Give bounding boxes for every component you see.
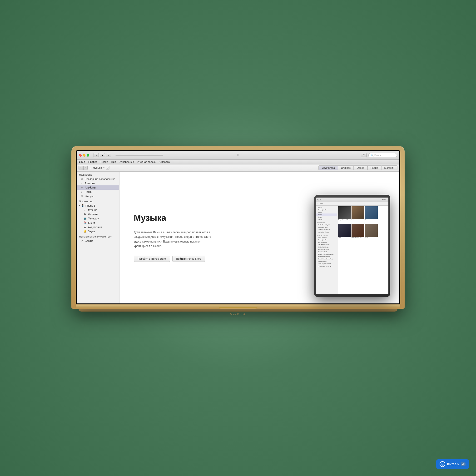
- sidebar-item-books[interactable]: 📚 Книги: [77, 221, 119, 225]
- ipad-album-cover-1: [352, 206, 364, 219]
- tab-foryou[interactable]: Для вас: [338, 165, 354, 170]
- iphone-icon: 📱: [81, 204, 84, 207]
- ipad-sidebar-weezer[interactable]: Inspired by Weezer: [316, 231, 337, 233]
- play-button[interactable]: ▶: [100, 153, 105, 157]
- ipad-sidebar-section-music-playlists: MUSIC PLAYLISTS: [316, 234, 337, 236]
- macbook-bottom: [79, 309, 397, 311]
- sidebar-section-devices: Устройства: [77, 198, 119, 204]
- sidebar-item-movies[interactable]: 🎬 Фильмы: [77, 212, 119, 216]
- list-view-button[interactable]: ☰: [361, 153, 367, 157]
- menu-account[interactable]: Учетная запись: [137, 160, 156, 163]
- ipad-album-3[interactable]: Ohup: [338, 224, 351, 241]
- nav-device-icon: □: [106, 166, 109, 170]
- sidebar-item-audiobooks[interactable]: 🎧 Аудиокниги: [77, 225, 119, 229]
- nav-tabs: Медиатека Для вас Обзор Радио Магазин: [319, 165, 397, 170]
- ipad-album-4[interactable]: MUMFORD & SONS: [352, 224, 364, 241]
- sidebar-item-genius[interactable]: ⚙ Genius: [77, 239, 119, 243]
- music-label-nav: ♪ Музыка ▼ □: [90, 166, 109, 170]
- hitech-logo-icon: @: [440, 461, 445, 467]
- page-title: Музыка: [134, 213, 166, 223]
- sidebar-item-genres[interactable]: ⊞ Жанры: [77, 194, 119, 198]
- ipad-sidebar-rnb[interactable]: 2010s R&B Singles: [316, 246, 337, 248]
- sidebar-item-albums[interactable]: ⊟ Альбомы: [77, 186, 119, 190]
- sidebar-item-recent[interactable]: ⊞ Последние добавленные: [77, 177, 119, 181]
- ipad-album-cover-3: [338, 224, 351, 237]
- tab-store[interactable]: Магазин: [381, 165, 397, 170]
- ipad-album-title-0: Always Strive and Prosper: [338, 219, 351, 221]
- menu-file[interactable]: Файл: [79, 160, 85, 163]
- sidebar-item-iphone[interactable]: ▶ 📱 iPhone 1: [77, 204, 119, 208]
- nav-dropdown-icon[interactable]: ▼: [103, 167, 105, 169]
- tab-radio[interactable]: Радио: [368, 165, 381, 170]
- ipad-sidebar-coldplay[interactable]: Coldplay: Deep Cuts: [316, 228, 337, 231]
- device-triangle-icon: ▶: [79, 205, 80, 206]
- ipad-sidebar-workout[interactable]: Best Workout Songs: [316, 255, 337, 258]
- music-note-icon: ♪: [90, 166, 92, 169]
- ipad-sidebar-political[interactable]: 90s Political Songs: [316, 248, 337, 251]
- ipad-album-5[interactable]: Oh No: [365, 224, 378, 241]
- sidebar: Медиатека ⊞ Последние добавленные ♩ Арти…: [77, 171, 119, 304]
- ipad-sidebar-playlists[interactable]: Music Playlists: [316, 236, 337, 239]
- ipad-sidebar-artists[interactable]: Artists: [316, 211, 337, 214]
- right-controls: ☰ 🔍 Поиск: [361, 153, 397, 157]
- search-box[interactable]: 🔍 Поиск: [368, 153, 397, 157]
- action-buttons: Перейти в iTunes Store Войти в iTunes St…: [134, 255, 205, 262]
- menu-edit[interactable]: Правка: [88, 160, 97, 163]
- ipad-sidebar-rock-dinner[interactable]: Classic Rock Dinner Party: [316, 258, 337, 260]
- ipad-sidebar-section-aplaylists: APPLE MUSIC: [316, 221, 337, 224]
- ipad-title-bar: « ‖ » Music: [316, 198, 389, 202]
- apple-logo-icon: : [237, 153, 239, 157]
- macbook-label: MacBook: [71, 312, 405, 316]
- tab-library[interactable]: Медиатека: [319, 165, 338, 170]
- ipad-screen: « ‖ » Music ‹ › Music LIBRARY Recently A…: [316, 198, 389, 294]
- hitech-badge: @ hi-tech VK: [436, 459, 469, 469]
- ipad-album-0[interactable]: Always Strive and Prosper: [338, 206, 351, 223]
- ipad-sidebar-newindie[interactable]: New Artist: Indie: [316, 226, 337, 228]
- ipad-sidebar-rolling[interactable]: Best of The Rolling Stones: [316, 253, 337, 255]
- tab-browse[interactable]: Обзор: [354, 165, 368, 170]
- nav-forward-button[interactable]: ›: [83, 166, 87, 170]
- title-bar: « ▶ »  ☰ 🔍 Поиск: [77, 151, 399, 160]
- menu-control[interactable]: Управление: [119, 160, 134, 163]
- ipad-sidebar-albums[interactable]: Albums: [316, 214, 337, 216]
- sounds-icon: 🔔: [83, 230, 87, 233]
- ipad-sidebar-rec-added[interactable]: Recently Added: [316, 239, 337, 241]
- search-placeholder: Поиск: [374, 154, 381, 157]
- goto-itunes-store-button[interactable]: Перейти в iTunes Store: [134, 255, 170, 262]
- close-button[interactable]: [79, 154, 82, 157]
- ipad-album-1[interactable]: H Out: [352, 206, 364, 223]
- ipad-sidebar-give[interactable]: Give More Out: [316, 260, 337, 262]
- ipad-sidebar-recently-added[interactable]: Recently Added: [316, 209, 337, 211]
- menu-help[interactable]: Справка: [159, 160, 170, 163]
- ipad-sidebar-genres[interactable]: Genres: [316, 218, 337, 221]
- menu-view[interactable]: Вид: [111, 160, 116, 163]
- ipad-album-cover-0: [338, 206, 351, 219]
- sidebar-item-artists[interactable]: ♩ Артисты: [77, 181, 119, 186]
- sidebar-item-songs[interactable]: ♪ Песни: [77, 190, 119, 194]
- nav-back-button[interactable]: ‹: [79, 166, 83, 170]
- nav-arrows: ‹ ›: [79, 166, 87, 170]
- sidebar-item-sounds[interactable]: 🔔 Звуки: [77, 229, 119, 234]
- vk-badge[interactable]: VK: [461, 462, 465, 466]
- songs-icon: ♪: [80, 190, 83, 193]
- ipad-sidebar-glam[interactable]: 90s Glam Rock: [316, 251, 337, 253]
- maximize-button[interactable]: [87, 154, 89, 157]
- ipad-album-2[interactable]: Vans: [365, 206, 378, 223]
- next-button[interactable]: »: [106, 153, 111, 157]
- prev-button[interactable]: «: [94, 153, 99, 157]
- sidebar-item-tvshows[interactable]: 📺 Телешоу: [77, 216, 119, 221]
- ipad-main: LIBRARY Recently Added Artists Albums So…: [316, 206, 389, 294]
- menu-song[interactable]: Песня: [101, 160, 108, 163]
- genres-icon: ⊞: [80, 195, 83, 197]
- ipad-sidebar-rainy[interactable]: Rainy Day Soundtrack: [316, 262, 337, 265]
- menu-bar: Файл Правка Песня Вид Управление Учетная…: [77, 160, 399, 165]
- ipad-sidebar-top25[interactable]: Top 25 Most Played: [316, 243, 337, 246]
- progress-bar[interactable]: [116, 155, 163, 156]
- ipad-sidebar-90s[interactable]: 90s You Asked: [316, 241, 337, 243]
- ipad-sidebar-songs[interactable]: Songs: [316, 216, 337, 218]
- login-itunes-store-button[interactable]: Войти в iTunes Store: [172, 255, 205, 262]
- ipad-sidebar-aplaylists[interactable]: Apple Music Playlists: [316, 224, 337, 226]
- minimize-button[interactable]: [83, 154, 85, 157]
- sidebar-item-music-device[interactable]: ♪ Музыка: [77, 208, 119, 212]
- ipad-sidebar-movies-songs[interactable]: Favorite Movies Songs: [316, 265, 337, 267]
